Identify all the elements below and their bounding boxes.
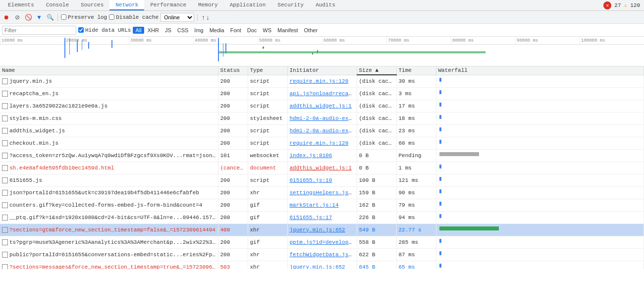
- table-row[interactable]: ts?pgrp=muse%3Ageneric%3Aanalytics%3A%3A…: [0, 236, 644, 248]
- cell-initiator[interactable]: addthis_widget.js:1: [287, 100, 357, 112]
- initiator-link[interactable]: 6151655.js:10: [290, 177, 332, 183]
- initiator-link[interactable]: require.min.js:120: [290, 78, 349, 84]
- tab-sources[interactable]: Sources: [75, 0, 109, 10]
- filter-type-css[interactable]: CSS: [175, 27, 191, 34]
- table-row[interactable]: ?access_token=zr5zQw.Au1ywqA7q9wdiDfBFzg…: [0, 149, 644, 162]
- preserve-log-input[interactable]: [61, 14, 66, 20]
- col-header-type[interactable]: Type: [248, 66, 287, 75]
- preserve-log-checkbox[interactable]: Preserve log: [61, 14, 107, 20]
- filter-type-img[interactable]: Img: [192, 27, 206, 34]
- cell-type: stylesheet: [248, 112, 287, 124]
- table-row[interactable]: json?portalId=6151655&utk=c39197dea19b4f…: [0, 186, 644, 199]
- initiator-link[interactable]: require.min.js:120: [290, 140, 349, 146]
- col-header-time[interactable]: Time: [396, 66, 436, 75]
- initiator-link[interactable]: api.js?onload=recapt...: [290, 91, 357, 97]
- cell-initiator[interactable]: jquery.min.js:652: [287, 224, 357, 236]
- cell-initiator[interactable]: api.js?onload=recapt...: [287, 87, 357, 100]
- table-row[interactable]: ?sections=gtm&force_new_section_timestam…: [0, 224, 644, 236]
- waterfall-bar: [438, 262, 642, 270]
- initiator-link[interactable]: hdmi-2-0a-audio-ext...: [290, 115, 357, 121]
- import-button[interactable]: ↑: [202, 13, 205, 21]
- cell-initiator[interactable]: addthis_widget.js:1: [287, 162, 357, 174]
- cell-initiator[interactable]: 6151655.js:10: [287, 174, 357, 186]
- col-header-waterfall[interactable]: Waterfall: [436, 66, 644, 75]
- initiator-link[interactable]: jquery.min.js:652: [290, 227, 345, 233]
- tab-memory[interactable]: Memory: [192, 0, 224, 10]
- hide-data-urls-input[interactable]: [78, 27, 84, 33]
- cell-initiator[interactable]: fetchWidgetData.js:79: [287, 248, 357, 261]
- cell-time: Pending: [396, 149, 436, 162]
- initiator-link[interactable]: addthis_widget.js:1: [290, 165, 352, 171]
- cell-initiator[interactable]: require.min.js:120: [287, 137, 357, 149]
- table-row[interactable]: ?sections=messages&force_new_section_tim…: [0, 261, 644, 269]
- col-header-name[interactable]: Name: [0, 66, 218, 75]
- filter-input-wrap[interactable]: [2, 26, 76, 35]
- tab-console[interactable]: Console: [40, 0, 75, 10]
- record-button[interactable]: ⏺: [2, 13, 11, 22]
- table-row[interactable]: recaptcha_en.js200scriptapi.js?onload=re…: [0, 87, 644, 100]
- cell-initiator[interactable]: markStart.js:14: [287, 199, 357, 211]
- search-button[interactable]: 🔍: [46, 13, 54, 22]
- tab-elements[interactable]: Elements: [2, 0, 40, 10]
- filter-type-media[interactable]: Media: [207, 27, 227, 34]
- initiator-link[interactable]: 6151655.js:17: [290, 215, 332, 221]
- col-header-size[interactable]: Size ▲: [357, 66, 396, 75]
- filter-type-manifest[interactable]: Manifest: [275, 27, 301, 34]
- cell-initiator[interactable]: index.js:8106: [287, 149, 357, 162]
- tab-application[interactable]: Application: [224, 0, 272, 10]
- table-row[interactable]: counters.gif?key=collected-forms-embed-j…: [0, 199, 644, 211]
- filter-input[interactable]: [4, 27, 64, 33]
- initiator-link[interactable]: index.js:8106: [290, 153, 332, 159]
- initiator-link[interactable]: addthis_widget.js:1: [290, 103, 352, 109]
- filter-button[interactable]: ▼: [35, 13, 44, 22]
- file-name: recaptcha_en.js: [9, 91, 58, 97]
- cell-initiator[interactable]: jquery.min.js:652: [287, 261, 357, 269]
- stop-button[interactable]: ⊘: [13, 13, 22, 22]
- filter-type-ws[interactable]: WS: [260, 27, 274, 34]
- cell-initiator[interactable]: hdmi-2-0a-audio-ext...: [287, 124, 357, 137]
- table-row[interactable]: checkout.min.js200scriptrequire.min.js:1…: [0, 137, 644, 149]
- tab-security[interactable]: Security: [271, 0, 310, 10]
- hide-data-urls-checkbox[interactable]: Hide data URLs: [78, 27, 131, 33]
- disable-cache-input[interactable]: [109, 14, 114, 20]
- cell-initiator[interactable]: settingsHelpers.js:12: [287, 186, 357, 199]
- initiator-link[interactable]: fetchWidgetData.js:79: [290, 252, 357, 258]
- export-button[interactable]: ↓: [206, 13, 210, 21]
- cell-size: (disk cache): [357, 112, 396, 124]
- filter-type-js[interactable]: JS: [162, 27, 174, 34]
- cell-initiator[interactable]: 6151655.js:17: [287, 211, 357, 224]
- tab-performance[interactable]: Performance: [144, 0, 192, 10]
- initiator-link[interactable]: jquery.min.js:652: [290, 264, 345, 270]
- initiator-link[interactable]: pptm.js?id=develop...: [290, 239, 357, 245]
- tab-network[interactable]: Network: [109, 0, 144, 10]
- filter-type-font[interactable]: Font: [228, 27, 244, 34]
- cell-size: (disk cache): [357, 124, 396, 137]
- clear-button[interactable]: 🚫: [24, 13, 33, 22]
- disable-cache-checkbox[interactable]: Disable cache: [109, 14, 159, 20]
- filter-type-all[interactable]: All: [133, 27, 144, 34]
- table-row[interactable]: jquery.min.js200scriptrequire.min.js:120…: [0, 75, 644, 87]
- table-row[interactable]: styles-m.min.css200stylesheethdmi-2-0a-a…: [0, 112, 644, 124]
- cell-initiator[interactable]: pptm.js?id=develop...: [287, 236, 357, 248]
- table-row[interactable]: public?portalId=6151655&conversations-em…: [0, 248, 644, 261]
- filter-type-doc[interactable]: Doc: [245, 27, 260, 34]
- initiator-link[interactable]: settingsHelpers.js:12: [290, 190, 357, 196]
- table-row[interactable]: layers.3a6529022ac1821e9e0a.js200scripta…: [0, 100, 644, 112]
- throttle-select[interactable]: Online Fast 3G Slow 3G Offline: [161, 13, 194, 22]
- col-header-initiator[interactable]: Initiator: [287, 66, 357, 75]
- timeline-area[interactable]: 10000 ms 20000 ms 30000 ms 40000 ms 5000…: [0, 37, 644, 66]
- tab-audits[interactable]: Audits: [310, 0, 341, 10]
- cell-time: 87 ms: [396, 248, 436, 261]
- table-row[interactable]: __ptq.gif?k=1&sd=1920x1080&cd=24-bit&cs=…: [0, 211, 644, 224]
- table-row[interactable]: sh.e4e8af4de595fdb10ec1459d.html(cancele…: [0, 162, 644, 174]
- table-row[interactable]: addthis_widget.js200scripthdmi-2-0a-audi…: [0, 124, 644, 137]
- filter-type-other[interactable]: Other: [302, 27, 321, 34]
- cell-initiator[interactable]: hdmi-2-0a-audio-ext...: [287, 112, 357, 124]
- col-header-status[interactable]: Status: [218, 66, 248, 75]
- initiator-link[interactable]: hdmi-2-0a-audio-ext...: [290, 128, 357, 134]
- initiator-link[interactable]: markStart.js:14: [290, 202, 339, 208]
- filter-type-xhr[interactable]: XHR: [145, 27, 161, 34]
- network-table-container[interactable]: Name Status Type Initiator Size ▲ Time W…: [0, 66, 644, 269]
- cell-initiator[interactable]: require.min.js:120: [287, 75, 357, 87]
- table-row[interactable]: 6151655.js200script6151655.js:10100 B121…: [0, 174, 644, 186]
